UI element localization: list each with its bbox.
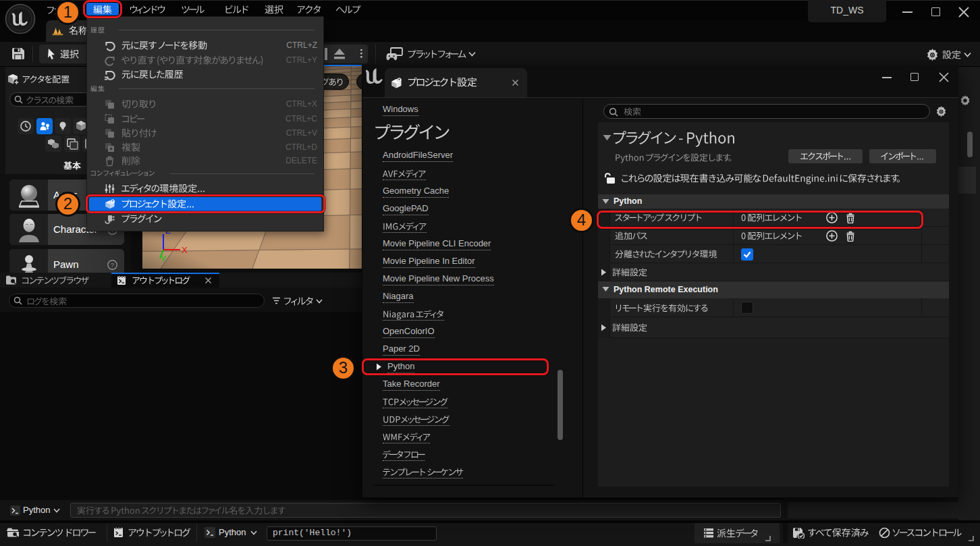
svg-text:?: ? <box>111 261 114 269</box>
svg-text:X: X <box>182 245 188 255</box>
svg-text:Y: Y <box>161 254 167 264</box>
